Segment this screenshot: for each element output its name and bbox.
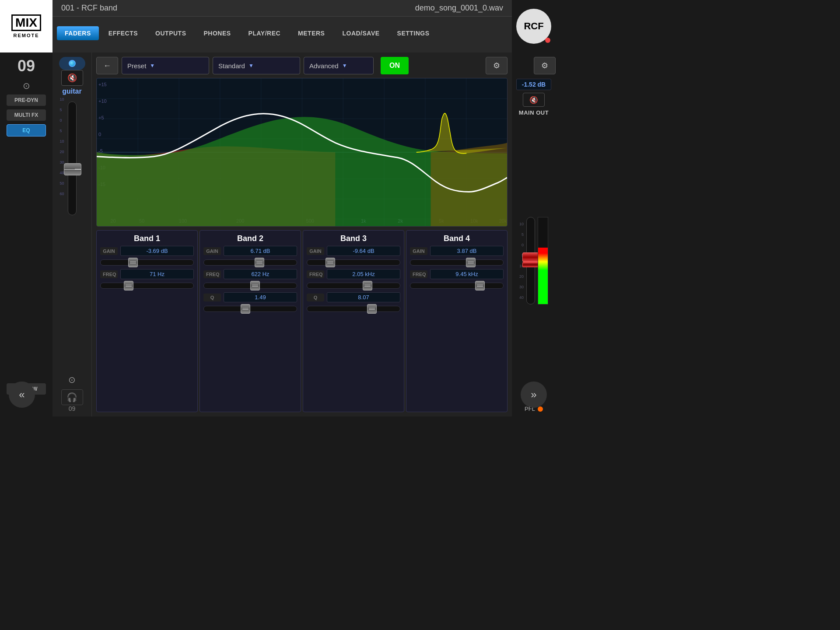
advanced-label: Advanced (309, 62, 339, 70)
band4-gain-slider[interactable] (410, 259, 504, 266)
tab-load-save[interactable]: LOAD/SAVE (334, 26, 387, 40)
band2-freq-row: FREQ 622 Hz (203, 269, 297, 279)
band2-q-handle[interactable] (241, 304, 250, 314)
band2-title: Band 2 (203, 234, 297, 243)
band4-freq-row: FREQ 9.45 kHz (410, 269, 504, 279)
sidebar-right: ⚙ -1.52 dB 🔇 MAIN OUT 10 5 0 5 10 20 30 … (512, 52, 556, 416)
multi-fx-button[interactable]: MULTI FX (7, 109, 46, 121)
band3-gain-value[interactable]: -9.64 dB (327, 246, 400, 256)
channel-fader-handle[interactable] (64, 163, 81, 175)
band1-freq-label: FREQ (100, 270, 118, 278)
logo-mix-text: MIX (11, 14, 41, 31)
band4-gain-value[interactable]: 3.87 dB (430, 246, 504, 256)
band2-freq-handle[interactable] (250, 281, 260, 290)
pfl-dot (538, 406, 543, 412)
title-right: demo_song_0001_0.wav (415, 4, 503, 13)
band3-title: Band 3 (307, 234, 400, 243)
back-nav-button[interactable]: « (9, 382, 35, 408)
standard-dropdown[interactable]: Standard ▼ (213, 57, 300, 74)
eq-on-button[interactable]: ON (381, 57, 409, 74)
band3-freq-label: FREQ (307, 270, 324, 278)
band3-gain-handle[interactable] (326, 258, 335, 267)
band3-freq-handle[interactable] (363, 281, 372, 290)
tab-phones[interactable]: PHONES (196, 26, 238, 40)
band3-q-slider[interactable] (307, 306, 400, 312)
band4-freq-label: FREQ (410, 270, 427, 278)
band3-gain-slider[interactable] (307, 259, 400, 266)
band1-gain-label: GAIN (100, 247, 118, 255)
right-fader-handle[interactable] (522, 252, 540, 262)
forward-nav-button[interactable]: » (521, 382, 547, 408)
headphone-button[interactable]: 🎧 (61, 389, 83, 405)
eq-toolbar: ← Preset ▼ Standard ▼ Advanced ▼ ON ⚙ (96, 57, 508, 74)
band4-gain-row: GAIN 3.87 dB (410, 246, 504, 256)
scroll-down-icon[interactable]: ⊙ (23, 80, 30, 91)
band2-q-slider[interactable] (203, 306, 297, 312)
right-gear-button[interactable]: ⚙ (534, 57, 556, 74)
forward-nav-icon: » (531, 388, 536, 401)
back-nav-icon: « (19, 388, 24, 401)
tab-settings[interactable]: SETTINGS (389, 26, 438, 40)
preset-dropdown-arrow: ▼ (150, 63, 155, 69)
band4-freq-slider[interactable] (410, 283, 504, 289)
right-fader-handle2[interactable] (522, 262, 540, 267)
tab-play-rec[interactable]: PLAY/REC (241, 26, 289, 40)
pre-dyn-button[interactable]: PRE-DYN (7, 94, 46, 106)
logo: MIX REMOTE (0, 0, 52, 52)
band2-q-value[interactable]: 1.49 (224, 292, 297, 302)
band3-freq-row: FREQ 2.05 kHz (307, 269, 400, 279)
band1-gain-handle[interactable] (128, 258, 138, 267)
scroll-down-channel-icon[interactable]: ⊙ (68, 374, 76, 385)
band2-gain-handle[interactable] (255, 258, 264, 267)
band3-panel: Band 3 GAIN -9.64 dB FREQ 2.05 kHz (303, 230, 404, 412)
tab-effects[interactable]: EFFECTS (101, 26, 146, 40)
tab-outputs[interactable]: OUTPUTS (147, 26, 194, 40)
bands-row: Band 1 GAIN -3.69 dB FREQ 71 Hz (96, 230, 508, 412)
channel-label: guitar (62, 88, 81, 95)
pan-knob[interactable] (59, 57, 85, 70)
band1-freq-slider[interactable] (100, 283, 194, 289)
eq-button[interactable]: EQ (7, 124, 46, 136)
band2-freq-label: FREQ (203, 270, 221, 278)
preset-dropdown[interactable]: Preset ▼ (122, 57, 209, 74)
eq-curve-svg (97, 78, 507, 226)
band3-q-label: Q (307, 294, 324, 301)
band3-freq-slider[interactable] (307, 283, 400, 289)
tab-meters[interactable]: METERS (290, 26, 332, 40)
band2-gain-value[interactable]: 6.71 dB (224, 246, 297, 256)
right-fader-track (526, 217, 535, 304)
band1-freq-handle[interactable] (124, 281, 133, 290)
band4-freq-handle[interactable] (475, 281, 485, 290)
band3-q-value[interactable]: 8.07 (327, 292, 400, 302)
band4-panel: Band 4 GAIN 3.87 dB FREQ 9.45 kHz (406, 230, 508, 412)
band2-freq-value[interactable]: 622 Hz (224, 269, 297, 279)
band1-panel: Band 1 GAIN -3.69 dB FREQ 71 Hz (96, 230, 198, 412)
back-button[interactable]: ← (96, 57, 118, 74)
right-mute-button[interactable]: 🔇 (523, 93, 545, 107)
band3-freq-value[interactable]: 2.05 kHz (327, 269, 400, 279)
band1-gain-slider[interactable] (100, 259, 194, 266)
band4-freq-value[interactable]: 9.45 kHz (430, 269, 504, 279)
eq-display[interactable]: +15 +10 +5 0 -5 -10 -15 20 50 100 200 50… (96, 78, 508, 227)
title-left: 001 - RCF band (61, 4, 117, 13)
title-bar: 001 - RCF band demo_song_0001_0.wav FADE… (52, 0, 512, 52)
band1-gain-value[interactable]: -3.69 dB (120, 246, 194, 256)
main-out-label: MAIN OUT (519, 109, 549, 116)
right-meter (538, 217, 548, 304)
advanced-dropdown[interactable]: Advanced ▼ (304, 57, 374, 74)
tab-faders[interactable]: FADERS (57, 26, 99, 40)
band4-gain-handle[interactable] (466, 258, 476, 267)
strip-number: 09 (69, 405, 76, 412)
mute-button[interactable]: 🔇 (61, 70, 83, 86)
band2-gain-label: GAIN (203, 247, 221, 255)
gear-button[interactable]: ⚙ (486, 57, 508, 74)
eq-panel: ← Preset ▼ Standard ▼ Advanced ▼ ON ⚙ +1… (92, 52, 512, 416)
band2-freq-slider[interactable] (203, 283, 297, 289)
preset-label: Preset (127, 62, 146, 70)
band3-q-handle[interactable] (367, 304, 377, 314)
band3-q-row: Q 8.07 (307, 292, 400, 302)
nav-tabs: FADERS EFFECTS OUTPUTS PHONES PLAY/REC M… (52, 17, 512, 49)
band2-gain-slider[interactable] (203, 259, 297, 266)
standard-dropdown-arrow: ▼ (248, 63, 254, 69)
band1-freq-value[interactable]: 71 Hz (120, 269, 194, 279)
